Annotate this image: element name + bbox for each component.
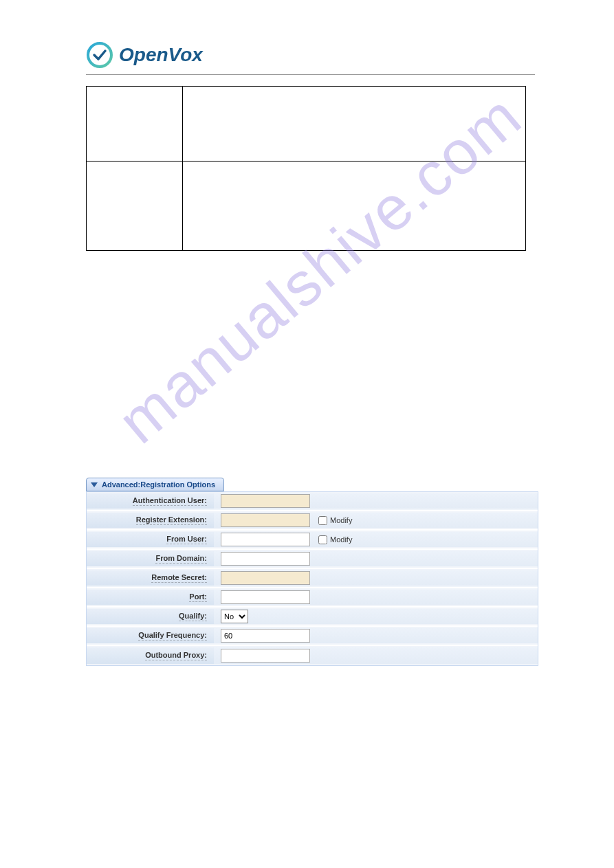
- definition-label: NAT Mode: [87, 162, 183, 251]
- modify-checkbox[interactable]: [318, 516, 327, 525]
- form-label: Port:: [87, 590, 214, 605]
- form-label: Remote Secret:: [87, 570, 214, 586]
- form-label: From Domain:: [87, 551, 214, 566]
- brand-logo: OpenVox: [86, 41, 203, 69]
- form-row-auth-user: Authentication User:: [87, 492, 538, 511]
- qualify-frequency-input[interactable]: [221, 629, 310, 643]
- modify-label: Modify: [330, 516, 352, 524]
- form-control: [214, 590, 538, 605]
- openvox-icon: [86, 41, 113, 69]
- form-control: Modify: [214, 513, 538, 528]
- chevron-down-icon: [91, 482, 98, 487]
- form-body: Authentication User: Register Extension:…: [86, 491, 538, 666]
- remote-secret-input[interactable]: [221, 571, 310, 585]
- table-row: Transport This sets the allowed transpor…: [87, 87, 526, 162]
- form-row-qualify: Qualify: No Yes: [87, 608, 538, 627]
- form-control: [214, 570, 538, 586]
- form-row-remote-secret: Remote Secret:: [87, 569, 538, 588]
- section-title: Advanced:Registration Options: [102, 480, 215, 489]
- register-extension-input[interactable]: [221, 513, 310, 527]
- modify-checkbox-wrap[interactable]: Modify: [318, 535, 352, 544]
- definition-description: Address NAT-related issues in incoming S…: [183, 162, 526, 251]
- port-input[interactable]: [221, 590, 310, 604]
- form-control: Modify: [214, 532, 538, 547]
- outbound-proxy-input[interactable]: [221, 649, 310, 663]
- from-user-input[interactable]: [221, 533, 310, 546]
- form-control: No Yes: [214, 609, 538, 624]
- registration-options-section: Advanced:Registration Options Authentica…: [86, 478, 538, 666]
- form-control: [214, 551, 538, 566]
- table-row: NAT Mode Address NAT-related issues in i…: [87, 162, 526, 251]
- brand-name: OpenVox: [119, 44, 203, 66]
- page-header: OpenVox: [86, 41, 535, 75]
- form-row-qualify-freq: Qualify Frequency:: [87, 627, 538, 646]
- form-label: Qualify Frequency:: [87, 628, 214, 643]
- auth-user-input[interactable]: [221, 494, 310, 508]
- section-header-tab[interactable]: Advanced:Registration Options: [86, 478, 224, 491]
- definition-label: Transport: [87, 87, 183, 162]
- qualify-select[interactable]: No Yes: [221, 610, 248, 623]
- form-label: Register Extension:: [87, 513, 214, 528]
- form-label: Authentication User:: [87, 493, 214, 509]
- modify-checkbox-wrap[interactable]: Modify: [318, 516, 352, 525]
- svg-point-0: [88, 43, 111, 67]
- form-label: From User:: [87, 532, 214, 547]
- figure-caption: Figure 4-10 Advanced: Registration Optio…: [0, 457, 614, 468]
- form-row-from-user: From User: Modify: [87, 531, 538, 550]
- form-control: [214, 628, 538, 643]
- definition-table: Transport This sets the allowed transpor…: [86, 86, 526, 251]
- modify-checkbox[interactable]: [318, 535, 327, 544]
- modify-label: Modify: [330, 535, 352, 544]
- form-row-port: Port:: [87, 588, 538, 608]
- from-domain-input[interactable]: [221, 552, 310, 566]
- form-label: Outbound Proxy:: [87, 647, 214, 664]
- form-control: [214, 647, 538, 664]
- form-row-register-ext: Register Extension: Modify: [87, 511, 538, 531]
- form-control: [214, 493, 538, 509]
- form-row-outbound-proxy: Outbound Proxy:: [87, 646, 538, 665]
- form-label: Qualify:: [87, 609, 214, 624]
- form-row-from-domain: From Domain:: [87, 550, 538, 569]
- definition-description: This sets the allowed transport settings…: [183, 87, 526, 162]
